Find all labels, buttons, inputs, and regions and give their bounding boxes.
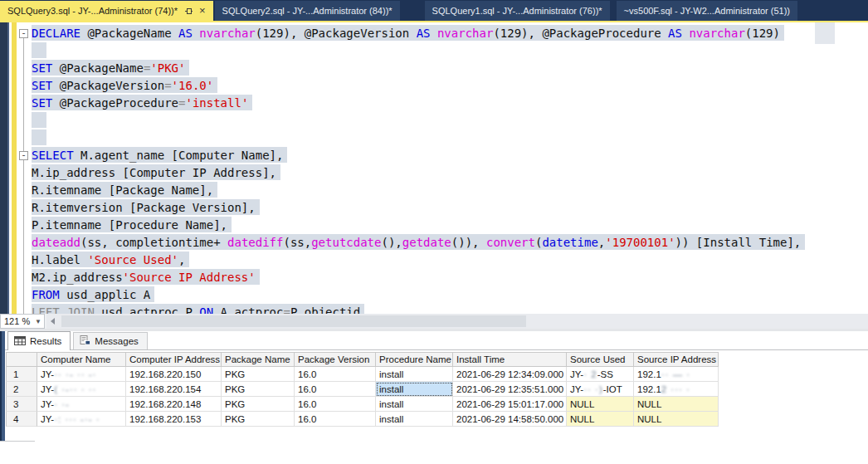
- column-header-source-ip-address[interactable]: Source IP Address: [634, 352, 719, 367]
- cell-source-ip-address[interactable]: 192.12 ··· ·: [634, 382, 719, 397]
- code-line: dateadd(ss, completiontime+ datediff(ss,…: [32, 234, 805, 252]
- cell-procedure-name[interactable]: install: [376, 412, 453, 427]
- ssms-window: SQLQuery3.sql - JY-...Administrator (74)…: [0, 0, 868, 464]
- column-header-source-used[interactable]: Source Used: [567, 352, 634, 367]
- tab-sqlquery2[interactable]: SQLQuery2.sql - JY-...Administrator (84)…: [215, 1, 400, 21]
- code-line: M2.ip_address'Source IP Address': [32, 269, 260, 286]
- cell-computer-name[interactable]: JY-·: ··· ‐·‐ ·: [37, 412, 126, 427]
- tab-results[interactable]: Results: [7, 331, 71, 350]
- results-pane: Results Messages Computer NameComputer I…: [0, 331, 868, 464]
- row-number-cell[interactable]: 4: [6, 412, 37, 427]
- cell-package-name[interactable]: PKG: [222, 367, 295, 382]
- column-header-package-version[interactable]: Package Version: [295, 352, 376, 367]
- column-header-computer-name[interactable]: Computer Name: [37, 352, 126, 367]
- table-row: 3JY-· ·‐192.168.220.148PKG16.0install202…: [6, 397, 719, 412]
- code-line: SET @PackageVersion='16.0': [32, 77, 217, 95]
- cell-computer-ip-address[interactable]: 192.168.220.150: [126, 367, 222, 382]
- scroll-left-arrow-icon[interactable]: [51, 318, 55, 325]
- row-number-cell[interactable]: 2: [6, 382, 37, 397]
- tab-messages[interactable]: Messages: [73, 332, 147, 349]
- cell-computer-name[interactable]: JY-( ·‐·· · ··: [37, 382, 126, 397]
- cell-source-used[interactable]: JY-· 2-SS: [567, 367, 634, 382]
- track-changes-bar: [12, 22, 17, 314]
- code-line: [32, 112, 46, 129]
- column-header-package-name[interactable]: Package Name: [222, 352, 295, 367]
- cell-source-ip-address[interactable]: NULL: [634, 412, 719, 427]
- cell-computer-name[interactable]: JY-·· ·‐ ·· ‐·: [37, 367, 126, 382]
- cell-computer-name[interactable]: JY-· ·‐: [37, 397, 126, 412]
- cell-source-ip-address[interactable]: NULL: [634, 397, 719, 412]
- pin-icon[interactable]: [184, 7, 193, 16]
- messages-icon: [80, 335, 90, 347]
- cell-computer-ip-address[interactable]: 192.168.220.153: [126, 412, 222, 427]
- redacted-text: 2 ··· ·: [661, 384, 690, 394]
- row-number-cell[interactable]: 1: [6, 367, 37, 382]
- redacted-text: ·: ··· ‐·‐ ·: [54, 414, 100, 424]
- tab-sqlquery3[interactable]: SQLQuery3.sql - JY-...Administrator (74)…: [0, 1, 213, 21]
- cell-procedure-name[interactable]: install: [376, 382, 453, 397]
- cell-package-version[interactable]: 16.0: [295, 382, 376, 397]
- cell-package-version[interactable]: 16.0: [295, 412, 376, 427]
- grid-header-row: Computer NameComputer IP AddressPackage …: [6, 352, 719, 367]
- redacted-text: ·· ·): [583, 384, 603, 394]
- cell-package-version[interactable]: 16.0: [295, 367, 376, 382]
- code-line: FROM usd_applic A: [32, 286, 154, 304]
- cell-source-used[interactable]: JY-·· ·)-IOT: [567, 382, 634, 397]
- collapse-toggle-icon[interactable]: -: [19, 29, 28, 38]
- results-tab-bar: Results Messages: [5, 331, 868, 350]
- sql-editor-surface[interactable]: DECLARE @PackageName AS nvarchar(129), @…: [0, 22, 868, 314]
- tab-label: Results: [30, 336, 61, 346]
- cell-install-time[interactable]: 2021-06-29 14:58:50.000: [453, 412, 567, 427]
- cell-install-time[interactable]: 2021-06-29 12:34:09.000: [453, 367, 567, 382]
- cell-package-name[interactable]: PKG: [222, 412, 295, 427]
- redacted-text: ( ·‐·· · ··: [54, 384, 96, 394]
- zoom-level-value: 121 %: [4, 316, 30, 326]
- cell-computer-ip-address[interactable]: 192.168.220.148: [126, 397, 222, 412]
- editor-vertical-scrollbar[interactable]: [815, 22, 835, 44]
- collapse-toggle-icon[interactable]: -: [19, 151, 28, 160]
- cell-install-time[interactable]: 2021-06-29 15:01:17.000: [453, 397, 567, 412]
- code-line: [32, 42, 46, 60]
- cell-package-version[interactable]: 16.0: [295, 397, 376, 412]
- results-grid-icon: [14, 336, 26, 347]
- editor-horizontal-scrollbar[interactable]: [46, 314, 868, 329]
- close-icon[interactable]: ×: [199, 7, 206, 15]
- tab-label: SQLQuery1.sql - JY-...Administrator (76)…: [432, 6, 602, 16]
- editor-bottom-bar: 121 % ▼: [0, 314, 868, 329]
- tab-sqlquery1[interactable]: SQLQuery1.sql - JY-...Administrator (76)…: [425, 1, 610, 21]
- scrollbar-thumb[interactable]: [61, 315, 526, 327]
- tab-label: SQLQuery3.sql - JY-...Administrator (74)…: [7, 6, 178, 16]
- document-tab-bar: SQLQuery3.sql - JY-...Administrator (74)…: [0, 0, 868, 21]
- outline-guide-line: [23, 160, 24, 314]
- column-header-computer-ip-address[interactable]: Computer IP Address: [126, 352, 222, 367]
- code-line: SET @PackageName='PKG': [32, 60, 189, 77]
- code-line: R.itemversion [Package Version],: [32, 199, 260, 217]
- column-header-procedure-name[interactable]: Procedure Name: [376, 352, 453, 367]
- code-line: [32, 129, 46, 147]
- cell-install-time[interactable]: 2021-06-29 12:35:51.000: [453, 382, 567, 397]
- code-line: DECLARE @PackageName AS nvarchar(129), @…: [32, 25, 784, 42]
- cell-procedure-name[interactable]: install: [376, 397, 453, 412]
- grid-corner-cell[interactable]: [6, 352, 37, 367]
- code-line: SET @PackageProcedure='install': [32, 95, 252, 112]
- chevron-down-icon: ▼: [35, 318, 44, 325]
- redacted-text: ·· ― ·: [661, 369, 690, 379]
- code-line: M.ip_address [Computer IP Address],: [32, 164, 280, 182]
- cell-computer-ip-address[interactable]: 192.168.220.154: [126, 382, 222, 397]
- cell-source-used[interactable]: NULL: [567, 412, 634, 427]
- redacted-text: · ·‐: [54, 399, 70, 409]
- row-number-cell[interactable]: 3: [6, 397, 37, 412]
- column-header-install-time[interactable]: Install Time: [453, 352, 567, 367]
- cell-source-ip-address[interactable]: 192.1·· ― ·: [634, 367, 719, 382]
- cell-package-name[interactable]: PKG: [222, 397, 295, 412]
- results-left-edge-end: [0, 441, 35, 442]
- tab-label: ~vs500F.sql - JY-W2...Administrator (51)…: [624, 6, 790, 16]
- outline-guide-line: [23, 38, 24, 151]
- tab-vs500f[interactable]: ~vs500F.sql - JY-W2...Administrator (51)…: [617, 1, 797, 21]
- code-line: P.itemname [Procedure Name],: [32, 217, 232, 234]
- editor-zoom-select[interactable]: 121 % ▼: [0, 314, 45, 329]
- cell-source-used[interactable]: NULL: [567, 397, 634, 412]
- table-row: 1JY-·· ·‐ ·· ‐·192.168.220.150PKG16.0ins…: [6, 367, 719, 382]
- cell-procedure-name[interactable]: install: [376, 367, 453, 382]
- cell-package-name[interactable]: PKG: [222, 382, 295, 397]
